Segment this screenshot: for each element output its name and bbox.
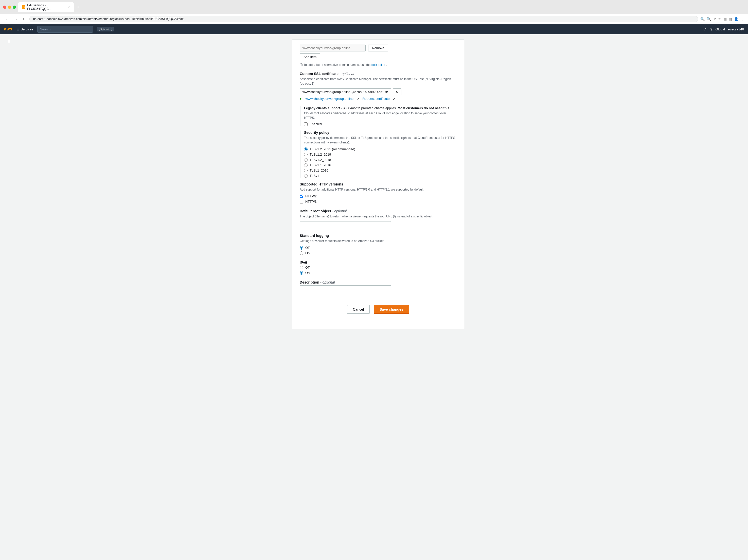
profile-icon[interactable]: 👤 <box>734 17 739 21</box>
request-certificate-link[interactable]: Request certificate <box>363 97 390 101</box>
ipv6-section: IPv6 Off On <box>300 261 457 275</box>
share-icon[interactable]: ↗ <box>713 17 716 21</box>
traffic-lights <box>3 5 16 9</box>
ipv6-off-radio[interactable] <box>300 266 303 269</box>
tls-radio-1[interactable] <box>304 153 308 156</box>
remove-domain-button[interactable]: Remove <box>368 45 388 51</box>
browser-addressbar: ← → ↻ 🔍 🔍 ↗ ☆ ▦ ▤ 👤 ⋮ <box>0 14 748 24</box>
aws-topnav: aws ☷ Services [Option+S] ☍ ? Global eve… <box>0 24 748 34</box>
http-versions-checkbox-group: HTTP/2 HTTP/3 <box>300 194 457 203</box>
domain-input-row: Remove <box>300 45 457 51</box>
root-object-section: Default root object - optional The objec… <box>300 209 457 228</box>
services-icon: ☷ <box>17 27 20 31</box>
tls-radio-0[interactable] <box>304 147 308 151</box>
browser-toolbar-icons: 🔍 🔍 ↗ ☆ ▦ ▤ 👤 ⋮ <box>700 17 744 21</box>
tls-radio-3[interactable] <box>304 164 308 167</box>
minimize-window-button[interactable] <box>8 5 11 9</box>
tls-radio-2[interactable] <box>304 158 308 162</box>
root-object-title: Default root object - optional <box>300 209 457 213</box>
bulk-editor-info: ⓘ To add a list of alternative domain na… <box>300 63 457 67</box>
external-link-icon: ↗ <box>356 97 359 101</box>
ipv6-radio-group: Off On <box>300 266 457 275</box>
standard-logging-section: Standard logging Get logs of viewer requ… <box>300 234 457 255</box>
user-menu-button[interactable]: evecs7346 <box>728 27 744 31</box>
ssl-section-title: Custom SSL certificate - optional <box>300 72 457 76</box>
refresh-button[interactable]: ↻ <box>21 16 27 22</box>
tab-close-button[interactable]: ✕ <box>67 5 70 9</box>
cancel-button[interactable]: Cancel <box>347 305 370 314</box>
new-tab-button[interactable]: + <box>76 3 80 11</box>
legacy-enabled-checkbox-row: Enabled <box>304 122 457 126</box>
root-object-desc: The object (file name) to return when a … <box>300 214 457 219</box>
services-menu-button[interactable]: ☷ Services <box>17 27 33 31</box>
logging-on-radio[interactable] <box>300 251 303 255</box>
legacy-desc: CloudFront allocates dedicated IP addres… <box>304 111 457 120</box>
aws-search-input[interactable] <box>37 26 93 33</box>
add-item-button[interactable]: Add item <box>300 53 320 60</box>
logging-on-row: On <box>300 251 457 255</box>
ssl-certificate-section: Custom SSL certificate - optional Associ… <box>300 72 457 101</box>
zoom-icon[interactable]: 🔍 <box>707 17 711 21</box>
http2-row: HTTP/2 <box>300 194 457 198</box>
tls-label-1: TLSv1.2_2019 <box>310 152 331 156</box>
domain-name-input[interactable] <box>300 45 366 51</box>
description-input[interactable] <box>300 285 391 292</box>
tls-option-4: TLSv1_2016 <box>304 169 457 172</box>
tabs-icon[interactable]: ▦ <box>723 17 727 21</box>
tls-radio-4[interactable] <box>304 169 308 172</box>
ipv6-off-row: Off <box>300 266 457 269</box>
security-policy-title: Security policy <box>304 130 457 135</box>
help-icon[interactable]: ? <box>710 27 712 31</box>
save-changes-button[interactable]: Save changes <box>374 305 409 314</box>
page-wrapper: ☰ Remove Add item ⓘ To add a list of alt… <box>0 34 748 560</box>
ssl-select-row: www.checkyourworkgroup.online (4e7aa039-… <box>300 89 457 95</box>
legacy-enabled-checkbox[interactable] <box>304 122 308 126</box>
logging-desc: Get logs of viewer requests delivered to… <box>300 239 457 243</box>
bulk-editor-link[interactable]: bulk editor <box>372 63 385 67</box>
http2-label: HTTP/2 <box>305 194 317 198</box>
ipv6-on-radio[interactable] <box>300 271 303 275</box>
tls-option-5: TLSv1 <box>304 174 457 178</box>
http2-checkbox[interactable] <box>300 195 303 198</box>
browser-tab[interactable]: ⬡ Edit settings - ELC5354TQQC... ✕ <box>18 2 74 12</box>
root-object-input[interactable] <box>300 221 391 228</box>
back-button[interactable]: ← <box>4 16 10 22</box>
ssl-certificate-select[interactable]: www.checkyourworkgroup.online (4e7aa039-… <box>300 89 391 95</box>
notifications-icon[interactable]: ☍ <box>703 27 707 31</box>
menu-icon[interactable]: ⋮ <box>741 17 744 21</box>
refresh-certificates-button[interactable]: ↻ <box>393 89 401 95</box>
ipv6-on-row: On <box>300 271 457 275</box>
logging-radio-group: Off On <box>300 246 457 255</box>
form-footer: Cancel Save changes <box>300 300 457 319</box>
legacy-title: Legacy clients support - $600/month pror… <box>304 106 457 110</box>
security-policy-radio-group: TLSv1.2_2021 (recommended) TLSv1.2_2019 … <box>304 147 457 178</box>
tls-label-3: TLSv1.1_2016 <box>310 163 331 167</box>
logging-title: Standard logging <box>300 234 457 238</box>
aws-topnav-right: ☍ ? Global evecs7346 <box>703 27 744 31</box>
region-selector[interactable]: Global <box>716 27 725 31</box>
close-window-button[interactable] <box>3 5 6 9</box>
legacy-clients-section: Legacy clients support - $600/month pror… <box>300 106 457 126</box>
bookmark-icon[interactable]: ☆ <box>718 17 721 21</box>
maximize-window-button[interactable] <box>13 5 16 9</box>
tls-label-5: TLSv1 <box>310 174 319 178</box>
logging-off-radio[interactable] <box>300 246 303 250</box>
tls-radio-5[interactable] <box>304 174 308 178</box>
tls-option-3: TLSv1.1_2016 <box>304 163 457 167</box>
cert-link-row: ● www.checkyourworkgroup.online ↗ Reques… <box>300 97 457 101</box>
search-icon[interactable]: 🔍 <box>700 17 705 21</box>
sidebar-icon[interactable]: ▤ <box>729 17 732 21</box>
logging-on-label: On <box>305 251 310 255</box>
cert-domain-link[interactable]: www.checkyourworkgroup.online <box>306 97 353 101</box>
security-policy-section: Security policy The security policy dete… <box>300 130 457 178</box>
main-layout: ☰ Remove Add item ⓘ To add a list of alt… <box>5 37 743 560</box>
tab-title: Edit settings - ELC5354TQQC... <box>27 3 65 10</box>
sidebar-toggle-button[interactable]: ☰ <box>5 37 13 560</box>
tls-option-2: TLSv1.2_2018 <box>304 158 457 162</box>
forward-button[interactable]: → <box>13 16 19 22</box>
content-area: Remove Add item ⓘ To add a list of alter… <box>13 37 743 560</box>
http3-checkbox[interactable] <box>300 200 303 203</box>
ipv6-off-label: Off <box>305 266 310 269</box>
address-bar[interactable] <box>29 16 698 22</box>
tls-option-1: TLSv1.2_2019 <box>304 152 457 156</box>
